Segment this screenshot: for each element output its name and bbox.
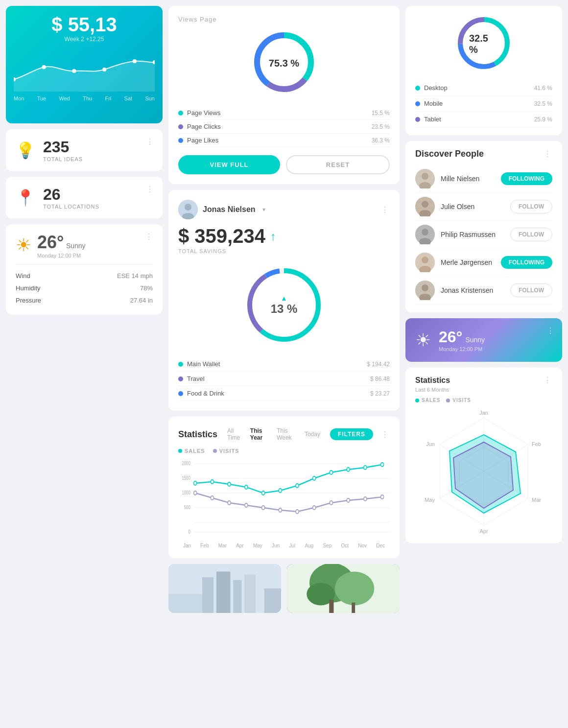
tab-today[interactable]: Today <box>303 430 322 439</box>
statistics-line-chart: 2000 1500 1000 500 0 <box>178 459 390 537</box>
desktop-label: Desktop <box>424 84 448 92</box>
svg-point-47 <box>313 506 316 510</box>
month-jun: Jun <box>272 543 280 548</box>
page-likes-dot <box>178 138 183 143</box>
svg-point-39 <box>380 463 383 467</box>
user-name: Jonas Nielsen <box>203 205 256 214</box>
tab-all-time[interactable]: All Time <box>225 426 244 442</box>
month-sep: Sep <box>323 543 331 548</box>
photos-row <box>168 564 400 613</box>
svg-text:0: 0 <box>188 529 190 535</box>
right-stats-title: Statistics <box>415 376 450 385</box>
svg-text:Mar: Mar <box>532 497 541 503</box>
filters-button[interactable]: FILTERS <box>330 428 373 440</box>
travel-amount: $ 86.48 <box>370 376 390 382</box>
tab-this-year[interactable]: This Year <box>248 426 271 442</box>
page-likes-label: Page Likes <box>187 137 218 144</box>
julie-follow-button[interactable]: FOLLOW <box>510 200 552 213</box>
savings-card: Jonas Nielsen ▾ ⋮ $ 359,234 ↑ TOTAL SAVI… <box>168 190 400 411</box>
svg-point-73 <box>422 201 428 208</box>
day-wed: Wed <box>59 95 70 101</box>
month-jan: Jan <box>183 543 191 548</box>
mille-name: Mille Nielsen <box>441 175 495 183</box>
device-donut-card: 32.5 % Desktop 41.6 % Mobile 32.5 % <box>405 6 562 135</box>
up-arrow-icon: ↑ <box>270 230 276 243</box>
device-donut-percent: 32.5 % <box>469 33 498 55</box>
svg-rect-64 <box>352 603 355 613</box>
svg-point-35 <box>313 476 316 480</box>
svg-point-33 <box>279 489 282 493</box>
page-clicks-label: Page Clicks <box>187 123 221 130</box>
jonas-follow-button[interactable]: FOLLOW <box>510 283 552 297</box>
chart-big-value: $ 55,13 <box>14 14 155 36</box>
day-tue: Tue <box>37 95 47 101</box>
right-visits-label: VISITS <box>452 398 471 403</box>
page-clicks-row: Page Clicks 23.5 % <box>178 120 390 134</box>
right-stats-menu[interactable]: ⋮ <box>544 376 552 385</box>
svg-point-34 <box>296 484 299 488</box>
month-oct: Oct <box>341 543 349 548</box>
tab-this-week[interactable]: This Week <box>275 426 299 442</box>
merle-avatar <box>415 253 435 272</box>
savings-radial-chart: ▲ 13 % <box>178 261 390 349</box>
svg-rect-56 <box>244 574 256 613</box>
day-fri: Fri <box>105 95 111 101</box>
right-weather-time: Monday 12:00 PM <box>439 346 485 352</box>
reset-button[interactable]: RESET <box>286 155 390 174</box>
savings-menu[interactable]: ⋮ <box>381 205 390 214</box>
pin-icon: 📍 <box>16 188 35 207</box>
savings-label: TOTAL SAVINGS <box>178 248 390 254</box>
person-merle: Merle Jørgensen FOLLOWING <box>415 249 552 277</box>
stats-title: Statistics <box>178 429 217 440</box>
svg-rect-58 <box>264 588 282 613</box>
locations-number: 26 <box>43 186 99 204</box>
right-weather-desc: Sunny <box>465 336 485 344</box>
svg-rect-54 <box>216 572 231 613</box>
page-clicks-dot <box>178 124 183 129</box>
view-full-button[interactable]: VIEW FULL <box>178 155 280 174</box>
total-ideas-card: 💡 235 TOTAL IDEAS ⋮ <box>6 129 163 171</box>
food-label: Food & Drink <box>187 390 224 397</box>
svg-point-43 <box>245 503 248 507</box>
pressure-value: 27.64 in <box>130 297 153 304</box>
food-amount: $ 23.27 <box>370 390 390 397</box>
svg-text:500: 500 <box>184 505 190 510</box>
main-wallet-amount: $ 194.42 <box>367 361 390 368</box>
julie-avatar <box>415 197 435 216</box>
svg-point-11 <box>185 204 191 211</box>
svg-point-36 <box>330 470 332 474</box>
svg-point-40 <box>194 491 197 495</box>
svg-point-37 <box>347 468 350 471</box>
svg-point-82 <box>422 284 428 291</box>
svg-rect-55 <box>233 580 241 613</box>
views-donut-percent: 75.3 % <box>269 58 299 69</box>
ideas-label: TOTAL IDEAS <box>43 156 83 162</box>
day-mon: Mon <box>14 95 24 101</box>
weather-menu[interactable]: ⋮ <box>145 232 153 241</box>
main-wallet-dot <box>178 362 183 367</box>
philip-follow-button[interactable]: FOLLOW <box>510 228 552 241</box>
month-nov: Nov <box>358 543 367 548</box>
page-views-row: Page Views 15.5 % <box>178 106 390 120</box>
bulb-icon: 💡 <box>16 141 35 160</box>
humidity-value: 78% <box>140 284 153 292</box>
locations-menu[interactable]: ⋮ <box>146 185 155 194</box>
ideas-menu[interactable]: ⋮ <box>146 137 155 146</box>
jonas-name: Jonas Kristensen <box>441 286 504 294</box>
mille-following-button[interactable]: FOLLOWING <box>501 172 552 185</box>
svg-text:1000: 1000 <box>182 490 190 495</box>
day-labels: Mon Tue Wed Thu Fri Sat Sun <box>14 95 155 101</box>
svg-point-30 <box>228 482 231 486</box>
mobile-label: Mobile <box>424 100 443 107</box>
right-weather-menu[interactable]: ⋮ <box>546 326 554 335</box>
user-dropdown-icon[interactable]: ▾ <box>262 206 265 213</box>
merle-following-button[interactable]: FOLLOWING <box>501 256 552 269</box>
month-may: May <box>253 543 262 548</box>
merle-name: Merle Jørgensen <box>441 258 495 266</box>
stats-menu[interactable]: ⋮ <box>381 430 390 439</box>
svg-point-51 <box>380 495 383 499</box>
month-mar: Mar <box>218 543 227 548</box>
discover-menu[interactable]: ⋮ <box>544 149 552 159</box>
right-sun-icon: ☀ <box>415 330 431 351</box>
right-stats-card: Statistics ⋮ Last 6 Months SALES VISITS <box>405 368 562 543</box>
